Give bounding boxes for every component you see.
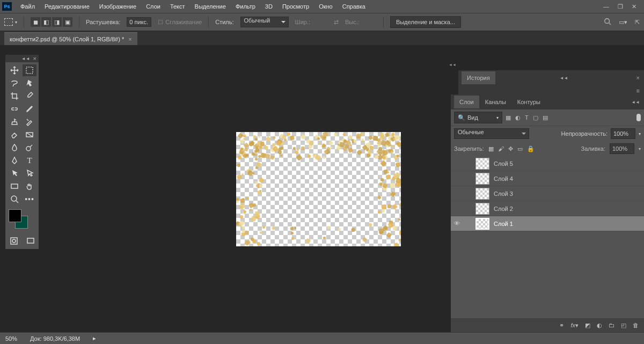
layer-row[interactable]: 👁Слой 1 xyxy=(451,216,644,231)
rectangle-tool[interactable] xyxy=(8,180,21,192)
tab-layers[interactable]: Слои xyxy=(454,96,479,108)
menu-file[interactable]: Файл xyxy=(16,1,39,12)
collapse-icon[interactable]: ◄◄ xyxy=(627,100,644,105)
color-swatches[interactable] xyxy=(5,207,39,233)
opacity-input[interactable]: 100% xyxy=(611,128,635,139)
hand-tool[interactable] xyxy=(23,180,36,192)
link-layers-icon[interactable]: ⚭ xyxy=(559,322,564,329)
lock-all-icon[interactable]: 🔒 xyxy=(527,145,535,152)
menu-view[interactable]: Просмотр xyxy=(278,1,313,12)
layer-filter-select[interactable]: 🔍 Вид ▾ xyxy=(454,112,502,123)
selection-new-icon[interactable]: ◼ xyxy=(31,17,40,27)
document-tab[interactable]: конфетти2.psd @ 50% (Слой 1, RGB/8#) * × xyxy=(4,32,137,45)
filter-toggle[interactable] xyxy=(636,114,641,121)
adjustment-layer-icon[interactable]: ◐ xyxy=(597,322,602,329)
direct-select-tool[interactable] xyxy=(23,167,36,179)
layer-name[interactable]: Слой 3 xyxy=(494,191,513,197)
active-tool-indicator[interactable]: ▾ xyxy=(4,18,17,26)
healing-brush-tool[interactable] xyxy=(8,103,21,115)
foreground-color[interactable] xyxy=(9,209,21,222)
quick-mask-icon[interactable] xyxy=(7,235,21,247)
dodge-tool[interactable] xyxy=(23,142,36,153)
gradient-tool[interactable] xyxy=(23,129,36,141)
marquee-tool[interactable] xyxy=(23,64,36,76)
selection-intersect-icon[interactable]: ▣ xyxy=(63,17,72,27)
layer-thumbnail[interactable] xyxy=(475,188,489,200)
menu-type[interactable]: Текст xyxy=(166,1,189,12)
share-icon[interactable]: ⇱ xyxy=(635,19,640,26)
filter-pixel-icon[interactable]: ▦ xyxy=(506,114,511,121)
blur-tool[interactable] xyxy=(8,142,21,153)
select-and-mask-button[interactable]: Выделение и маска... xyxy=(390,16,461,28)
search-icon[interactable] xyxy=(604,18,611,26)
filter-adjustment-icon[interactable]: ◐ xyxy=(515,114,521,121)
menu-help[interactable]: Справка xyxy=(338,1,370,12)
new-layer-icon[interactable]: ◰ xyxy=(621,322,626,329)
minimize-icon[interactable]: ― xyxy=(603,3,609,10)
layer-row[interactable]: 👁Слой 5 xyxy=(451,156,644,171)
lock-transparency-icon[interactable]: ▩ xyxy=(488,145,494,152)
collapse-icon[interactable]: ◄◄ xyxy=(555,76,573,80)
layer-thumbnail[interactable] xyxy=(475,158,489,170)
eraser-tool[interactable] xyxy=(8,129,21,141)
zoom-level[interactable]: 50% xyxy=(5,335,17,342)
panel-menu-icon[interactable]: ≡ xyxy=(632,87,644,94)
chevron-down-icon[interactable]: ▾ xyxy=(639,147,641,151)
status-chevron-icon[interactable]: ▸ xyxy=(93,335,96,342)
lock-position-icon[interactable]: ✥ xyxy=(508,145,513,152)
selection-subtract-icon[interactable]: ◨ xyxy=(52,17,62,27)
crop-tool[interactable] xyxy=(8,90,21,102)
maximize-icon[interactable]: ❐ xyxy=(618,3,623,10)
type-tool[interactable]: T xyxy=(23,155,36,166)
collapse-icon[interactable]: ◄◄ xyxy=(21,56,30,61)
layer-thumbnail[interactable] xyxy=(475,218,489,230)
layer-name[interactable]: Слой 1 xyxy=(494,221,513,227)
menu-layers[interactable]: Слои xyxy=(142,1,165,12)
path-select-tool[interactable] xyxy=(8,167,21,179)
layer-fx-icon[interactable]: fx▾ xyxy=(570,322,579,329)
fill-input[interactable]: 100% xyxy=(610,143,634,154)
tab-channels[interactable]: Каналы xyxy=(480,96,511,108)
eyedropper-tool[interactable] xyxy=(23,90,36,102)
filter-type-icon[interactable]: T xyxy=(525,114,529,121)
move-tool[interactable] xyxy=(8,64,21,76)
doc-size[interactable]: Док: 980,3K/6,38M xyxy=(30,335,80,342)
layer-name[interactable]: Слой 5 xyxy=(494,160,513,167)
close-icon[interactable]: × xyxy=(632,75,644,81)
layer-row[interactable]: 👁Слой 2 xyxy=(451,201,644,216)
layer-name[interactable]: Слой 4 xyxy=(494,175,513,182)
menu-3d[interactable]: 3D xyxy=(261,1,277,12)
menu-image[interactable]: Изображение xyxy=(95,1,141,12)
layer-group-icon[interactable]: 🗀 xyxy=(609,322,614,328)
visibility-icon[interactable]: 👁 xyxy=(454,220,462,228)
layer-row[interactable]: 👁Слой 3 xyxy=(451,186,644,201)
close-icon[interactable]: × xyxy=(33,55,36,62)
screen-mode-icon[interactable] xyxy=(24,235,38,247)
lasso-tool[interactable] xyxy=(8,77,21,89)
style-select[interactable]: Обычный xyxy=(240,17,289,27)
delete-layer-icon[interactable]: 🗑 xyxy=(633,322,639,328)
lock-paint-icon[interactable]: 🖌 xyxy=(498,145,504,152)
zoom-tool[interactable] xyxy=(8,193,21,205)
tab-paths[interactable]: Контуры xyxy=(512,96,546,108)
menu-edit[interactable]: Редактирование xyxy=(40,1,94,12)
lock-artboard-icon[interactable]: ▭ xyxy=(517,145,523,152)
layer-thumbnail[interactable] xyxy=(475,173,489,185)
close-icon[interactable]: ✕ xyxy=(632,3,636,10)
layer-thumbnail[interactable] xyxy=(475,203,489,215)
filter-smart-icon[interactable]: ▤ xyxy=(543,114,548,121)
history-brush-tool[interactable] xyxy=(23,116,36,128)
layer-mask-icon[interactable]: ◩ xyxy=(585,322,590,329)
layer-name[interactable]: Слой 2 xyxy=(494,206,513,212)
menu-window[interactable]: Окно xyxy=(314,1,337,12)
chevron-down-icon[interactable]: ▾ xyxy=(639,131,641,136)
brush-tool[interactable] xyxy=(23,103,36,115)
blend-mode-select[interactable]: Обычные xyxy=(454,128,529,139)
clone-stamp-tool[interactable] xyxy=(8,116,21,128)
layer-row[interactable]: 👁Слой 4 xyxy=(451,171,644,186)
workspace-switcher-icon[interactable]: ▭▾ xyxy=(619,19,627,26)
document-canvas[interactable] xyxy=(236,132,401,246)
close-icon[interactable]: × xyxy=(128,36,131,42)
quick-select-tool[interactable] xyxy=(23,77,36,89)
feather-input[interactable] xyxy=(127,17,151,27)
